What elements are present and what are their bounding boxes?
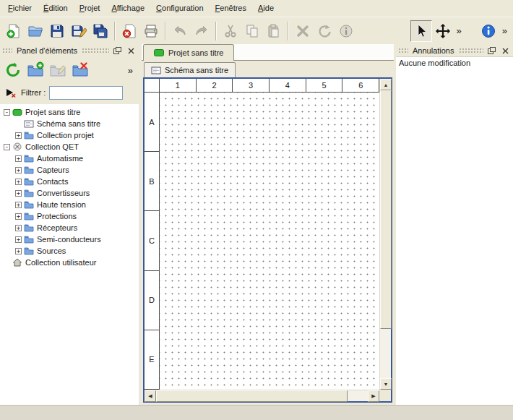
clear-filter-button[interactable] [4,86,17,99]
tree-item-haute-tension[interactable]: + Haute tension [0,199,139,210]
rotate-button[interactable] [314,20,335,42]
tree-item-collection-utilisateur[interactable]: Collection utilisateur [0,257,139,268]
horizontal-scrollbar[interactable]: ◀ ▶ [145,390,379,401]
selection-tool-button[interactable] [410,20,432,42]
tree-item-label: Sources [37,247,69,255]
reload-collections-button[interactable] [3,60,23,80]
diagram-canvas[interactable] [160,93,379,390]
expander-icon[interactable]: + [15,225,22,231]
expander-icon[interactable]: - [4,144,10,150]
hscroll-right-button[interactable]: ▶ [368,390,379,402]
save-button[interactable] [46,20,68,42]
down-arrow-icon: ▼ [384,382,389,387]
expander-icon[interactable]: + [15,202,22,208]
menu-fenetres[interactable]: Fenêtres [210,0,252,17]
tree-item-convertisseurs[interactable]: + Convertisseurs [0,187,139,199]
info-icon [338,23,354,39]
tree-item-automatisme[interactable]: + Automatisme [0,153,139,164]
toolbar-overflow-button[interactable]: » [454,25,465,36]
float-panel-button[interactable] [112,46,123,56]
main-toolbar: » » [0,17,513,44]
cut-button[interactable] [220,20,241,42]
float-panel-button[interactable] [486,46,497,56]
undo-panel-titlebar[interactable]: Annulations [396,44,513,56]
tree-item-label: Automatisme [37,154,86,163]
edit-element-button[interactable] [48,60,68,80]
expander-icon[interactable]: + [15,155,22,162]
vscroll-down-button[interactable]: ▼ [380,378,392,390]
column-header: 1 [160,79,197,93]
close-panel-button[interactable] [126,46,137,56]
elements-panel-toolbar: » [0,56,139,84]
menu-aide[interactable]: Aide [252,0,280,17]
folder-icon [24,247,34,255]
expander-icon[interactable]: + [15,132,22,139]
save-all-button[interactable] [90,20,111,42]
undo-history-item[interactable]: Aucune modification [396,57,513,69]
menu-configuration[interactable]: Configuration [150,0,209,17]
expander-icon[interactable]: + [15,236,22,243]
panel-toolbar-overflow-button[interactable]: » [125,65,136,76]
redo-button[interactable] [191,20,212,42]
menu-fichier[interactable]: Fichier [2,0,38,17]
edit-element-icon [49,61,66,79]
expander-icon[interactable]: - [4,109,10,116]
print-button[interactable] [140,20,162,42]
schema-icon [24,120,34,128]
menu-affichage[interactable]: Affichage [105,0,150,17]
tree-item-recepteurs[interactable]: + Récepteurs [0,222,139,233]
close-icon [502,48,509,54]
expander-icon[interactable]: + [15,248,22,254]
vscroll-thumb[interactable] [380,90,392,329]
hscroll-left-button[interactable]: ◀ [145,390,156,402]
right-arrow-icon: ▶ [371,393,375,399]
info-button[interactable] [335,20,357,42]
schema-tabbar: Schéma sans titre [144,61,236,77]
tree-item-semi-conducteurs[interactable]: + Semi-conducteurs [0,233,139,245]
expander-icon[interactable]: + [15,167,22,173]
expander-icon[interactable]: + [15,190,22,197]
undo-panel-title: Annulations [411,46,456,55]
float-icon [113,47,121,54]
tree-item-capteurs[interactable]: + Capteurs [0,164,139,176]
paste-button[interactable] [263,20,285,42]
vertical-scrollbar[interactable]: ▲ ▼ [379,79,391,390]
row-ruler: A B C D E [145,93,160,390]
tree-item-label: Schéma sans titre [37,119,103,128]
tree-item-collection-projet[interactable]: + Collection projet [0,129,139,141]
new-document-button[interactable] [3,20,25,42]
close-file-button[interactable] [118,20,140,42]
save-as-button[interactable] [68,20,90,42]
tree-item-projet-sans-titre[interactable]: - Projet sans titre [0,106,139,118]
tree-item-label: Protections [37,212,79,220]
delete-button[interactable] [292,20,314,42]
tree-item-collection-qet[interactable]: - Collection QET [0,141,139,153]
filter-input[interactable] [49,86,123,100]
ruler-corner [145,79,160,93]
elements-panel-titlebar[interactable]: Panel d'éléments [0,44,139,56]
pan-tool-button[interactable] [432,20,454,42]
copy-button[interactable] [241,20,263,42]
clear-filter-icon [5,87,17,98]
tree-item-sources[interactable]: + Sources [0,245,139,257]
about-button[interactable] [478,20,499,42]
expander-icon[interactable]: + [15,213,22,220]
tree-item-schema-sans-titre[interactable]: Schéma sans titre [0,118,139,129]
open-project-button[interactable] [25,20,46,42]
tab-projet-sans-titre[interactable]: Projet sans titre [143,44,234,61]
cut-icon [223,23,238,39]
toolbar-overflow-button-2[interactable]: » [499,25,510,36]
undo-icon [172,23,188,39]
new-element-button[interactable] [25,60,46,80]
menu-projet[interactable]: Projet [74,0,106,17]
close-panel-button[interactable] [500,46,511,56]
vscroll-up-button[interactable]: ▲ [380,79,392,90]
delete-element-button[interactable] [70,60,90,80]
hscroll-thumb[interactable] [156,390,348,402]
tree-item-protections[interactable]: + Protections [0,210,139,222]
undo-button[interactable] [169,20,191,42]
menu-edition[interactable]: Édition [38,0,74,17]
tab-schema-sans-titre[interactable]: Schéma sans titre [144,62,236,77]
expander-icon[interactable]: + [15,179,22,185]
tree-item-contacts[interactable]: + Contacts [0,176,139,187]
